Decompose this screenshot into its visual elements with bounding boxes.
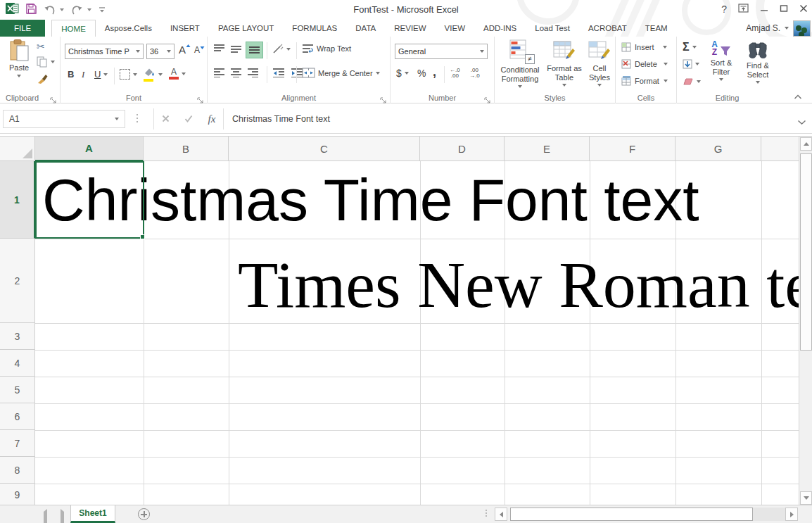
decrease-indent-button[interactable] [272,68,285,80]
orientation-button[interactable] [272,44,291,54]
alignment-dialog-launcher[interactable] [380,94,387,101]
tab-aspose-cells[interactable]: Aspose.Cells [96,20,161,37]
tab-team[interactable]: TEAM [636,20,677,37]
tab-insert[interactable]: INSERT [161,20,209,37]
percent-style-button[interactable]: % [417,68,426,79]
format-cells-button[interactable]: Format [621,76,668,86]
bold-button[interactable]: B [68,69,74,80]
new-sheet-button[interactable] [138,508,150,520]
collapse-ribbon-button[interactable] [794,90,802,103]
align-left-button[interactable] [213,68,225,80]
avatar[interactable] [793,20,811,37]
autosum-button[interactable]: Σ [683,41,697,53]
cell-row2-text[interactable]: Times New Roman te [238,248,799,322]
minimize-button[interactable] [760,3,768,15]
scroll-down-button[interactable] [800,491,812,505]
tab-formulas[interactable]: FORMULAS [283,20,346,37]
font-color-button[interactable]: A [169,68,186,80]
middle-align-button[interactable] [230,44,242,56]
tab-file[interactable]: FILE [0,20,45,37]
tab-page-layout[interactable]: PAGE LAYOUT [209,20,283,37]
sheet-nav-next-icon[interactable] [61,512,64,523]
scroll-right-button[interactable] [785,508,798,521]
underline-button[interactable]: U [94,69,108,80]
enter-icon[interactable] [184,113,193,125]
format-painter-icon[interactable] [37,73,48,87]
name-box-caret-icon[interactable] [115,118,119,120]
decrease-font-size-button[interactable]: A [194,45,205,55]
clipboard-dialog-launcher[interactable] [50,94,57,101]
name-box[interactable]: A1 [3,110,125,128]
accounting-format-button[interactable]: $ [396,68,409,79]
decrease-decimal-button[interactable]: .00 →.0 [469,68,480,79]
paste-button[interactable]: Paste [4,39,34,77]
formula-bar-splitter[interactable] [137,114,139,125]
sheet-tab-sheet1[interactable]: Sheet1 [70,505,115,523]
active-cell-selection[interactable] [35,161,144,239]
cut-icon[interactable]: ✂ [37,41,45,52]
horizontal-scroll-thumb[interactable] [510,508,753,521]
tab-view[interactable]: VIEW [436,20,474,37]
scroll-left-button[interactable] [495,508,507,521]
number-dialog-launcher[interactable] [484,94,491,101]
insert-function-button[interactable]: fx [208,113,215,125]
autosum-caret-icon [692,46,697,49]
vertical-scrollbar[interactable] [799,137,812,505]
tab-acrobat[interactable]: ACROBAT [579,20,636,37]
user-name[interactable]: Amjad S. [746,23,780,33]
tab-add-ins[interactable]: ADD-INS [474,20,526,37]
group-label-number: Number [391,94,494,102]
comma-style-button[interactable]: , [433,65,436,80]
format-caret-icon [664,80,668,82]
increase-decimal-button[interactable]: ←.0 .00 [450,68,460,79]
tab-load-test[interactable]: Load Test [526,20,579,37]
copy-button[interactable] [37,56,55,68]
vertical-scroll-thumb[interactable] [800,153,812,351]
bottom-align-button[interactable] [246,42,263,58]
font-dialog-launcher[interactable] [197,94,204,101]
worksheet-grid: A B C D E F G 1 2 3 4 5 6 7 8 9 Christma [0,136,812,505]
insert-cells-button[interactable]: Insert [621,42,667,52]
ribbon-display-options-icon[interactable] [738,3,749,15]
tab-data[interactable]: DATA [346,20,385,37]
cancel-icon[interactable] [162,113,170,125]
expand-formula-bar-icon[interactable] [797,115,806,128]
wrap-text-button[interactable]: Wrap Text [302,44,351,53]
number-format-select[interactable]: General [395,44,488,59]
fill-handle[interactable] [140,234,145,239]
horizontal-scrollbar[interactable] [495,508,804,521]
cell-styles-button[interactable]: Cell Styles [585,39,614,87]
clear-caret-icon [697,80,701,83]
font-size-select[interactable]: 36 [146,44,175,59]
maximize-button[interactable] [780,3,788,15]
top-align-button[interactable] [213,44,225,56]
borders-button[interactable] [120,69,137,80]
italic-button[interactable]: I [82,69,84,80]
delete-cells-button[interactable]: Delete [621,59,668,69]
help-button[interactable]: ? [721,4,727,15]
find-select-button[interactable]: Find & Select [740,41,775,84]
user-caret-icon[interactable] [785,27,789,30]
close-button[interactable] [799,3,808,15]
merge-center-button[interactable]: Merge & Center [302,68,380,78]
conditional-formatting-button[interactable]: ≠ Conditional Formatting [497,39,543,88]
divider [296,66,297,83]
format-as-table-button[interactable]: Format as Table [544,39,585,87]
align-center-button[interactable] [230,68,242,80]
tab-review[interactable]: REVIEW [385,20,435,37]
align-right-button[interactable] [247,68,259,80]
fill-button[interactable] [683,59,699,69]
clear-button[interactable] [683,77,701,86]
scroll-up-button[interactable] [800,137,812,151]
sort-filter-button[interactable]: A Z Sort & Filter [704,41,739,81]
account-block[interactable]: Amjad S. [746,20,811,37]
horizontal-scroll-track[interactable] [753,508,785,521]
tab-home[interactable]: HOME [51,20,96,37]
fill-color-button[interactable] [144,68,163,82]
sheet-nav-prev-icon[interactable] [44,512,47,523]
tab-scroll-splitter[interactable] [486,510,487,518]
font-family-select[interactable]: Christmas Time P [65,44,144,59]
group-number: General $ % , ←.0 .00 .00 →.0 Number [391,37,495,103]
formula-input[interactable]: Christmas Time Font text [232,110,791,128]
increase-font-size-button[interactable]: A [179,44,191,56]
